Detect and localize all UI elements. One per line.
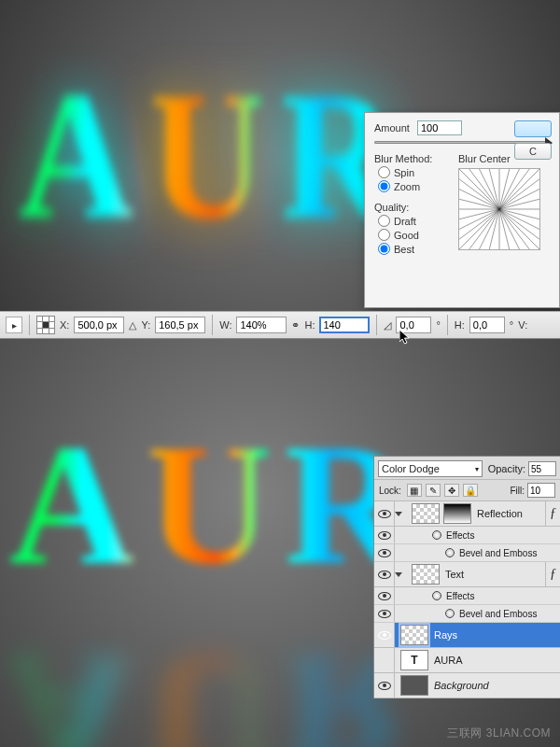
layer-row-aura[interactable]: T AURA xyxy=(374,648,560,673)
y-label: Y: xyxy=(141,319,150,331)
lock-all-icon[interactable]: 🔒 xyxy=(463,484,478,497)
x-input[interactable] xyxy=(74,317,124,333)
radio-spin[interactable] xyxy=(378,166,390,178)
svg-line-11 xyxy=(459,209,499,249)
lock-label: Lock: xyxy=(379,486,401,496)
fill-label: Fill: xyxy=(510,486,525,496)
svg-line-14 xyxy=(499,209,520,249)
layer-effects-group[interactable]: Effects xyxy=(374,527,560,544)
svg-line-31 xyxy=(499,209,539,239)
layer-mask-thumbnail[interactable] xyxy=(443,503,471,524)
svg-line-27 xyxy=(459,209,499,239)
layer-thumbnail[interactable] xyxy=(412,503,440,524)
x-label: X: xyxy=(60,319,69,331)
svg-line-17 xyxy=(489,169,499,209)
visibility-toggle-icon[interactable] xyxy=(378,592,391,600)
layer-thumbnail[interactable] xyxy=(400,625,428,645)
layer-thumbnail[interactable] xyxy=(412,564,440,585)
svg-line-4 xyxy=(499,169,539,209)
svg-line-29 xyxy=(499,199,539,209)
svg-line-6 xyxy=(499,190,539,210)
effects-icon xyxy=(445,609,455,618)
lock-transparency-icon[interactable]: ▦ xyxy=(407,484,422,497)
svg-line-9 xyxy=(459,209,499,230)
layer-effect-item[interactable]: Bevel and Emboss xyxy=(374,605,560,623)
layer-row-background[interactable]: Background xyxy=(374,673,560,698)
y-input[interactable] xyxy=(155,317,205,333)
v-label: V: xyxy=(518,319,527,331)
radio-best[interactable] xyxy=(378,243,390,255)
angle-input[interactable] xyxy=(396,317,431,333)
arrow-tool-icon[interactable]: ▸ xyxy=(6,317,22,333)
delta-icon[interactable]: △ xyxy=(129,319,136,331)
h-input[interactable] xyxy=(319,317,370,333)
artwork-text-bottom: AUR xyxy=(9,404,423,603)
svg-line-1 xyxy=(480,169,500,209)
lock-pixels-icon[interactable]: ✎ xyxy=(426,484,441,497)
angle-icon: ◿ xyxy=(384,319,391,331)
hskew-label: H: xyxy=(455,319,465,331)
svg-line-19 xyxy=(499,169,529,209)
lock-position-icon[interactable]: ✥ xyxy=(444,484,459,497)
fx-badge[interactable]: ƒ xyxy=(545,501,560,526)
layer-effects-group[interactable]: Effects xyxy=(374,587,560,605)
expand-icon[interactable] xyxy=(395,572,402,577)
svg-line-15 xyxy=(499,209,539,249)
text-layer-thumbnail[interactable]: T xyxy=(400,650,428,670)
svg-line-3 xyxy=(499,169,520,209)
visibility-toggle-icon[interactable] xyxy=(378,510,391,518)
layer-row-rays[interactable]: Rays xyxy=(374,623,560,648)
artwork-text-top: AUR xyxy=(19,51,413,261)
effects-icon xyxy=(432,591,441,600)
amount-label: Amount xyxy=(374,122,410,134)
opacity-input[interactable] xyxy=(528,461,556,476)
svg-line-23 xyxy=(499,209,529,249)
visibility-toggle-icon[interactable] xyxy=(378,610,391,618)
opacity-label: Opacity: xyxy=(488,463,525,474)
svg-line-10 xyxy=(499,209,539,230)
svg-line-12 xyxy=(480,209,500,249)
svg-line-24 xyxy=(459,179,499,209)
svg-line-5 xyxy=(459,190,499,210)
artwork-reflection: AUR xyxy=(9,620,423,747)
quality-label: Quality: xyxy=(374,202,449,213)
layer-thumbnail[interactable] xyxy=(400,675,428,696)
cancel-button[interactable]: C xyxy=(514,143,552,160)
expand-icon[interactable] xyxy=(395,512,402,516)
layer-row-text[interactable]: Text ƒ xyxy=(374,562,560,587)
canvas-top[interactable]: AUR Amount Blur Method: Spin Zoom Qualit… xyxy=(0,0,560,311)
visibility-toggle-icon[interactable] xyxy=(378,682,391,690)
visibility-toggle-icon[interactable] xyxy=(378,631,391,640)
link-icon[interactable]: ⚭ xyxy=(291,319,300,331)
transform-options-bar: ▸ X: △ Y: W: ⚭ H: ◿ ° H: ° V: xyxy=(0,311,560,339)
visibility-toggle-icon[interactable] xyxy=(378,571,391,579)
radio-zoom[interactable] xyxy=(378,180,390,192)
radio-good[interactable] xyxy=(378,229,390,241)
layers-panel: Color Dodge▾ Opacity: Lock: ▦ ✎ ✥ 🔒 Fill… xyxy=(373,456,560,698)
w-label: W: xyxy=(219,319,231,331)
ok-button[interactable] xyxy=(514,120,552,137)
radio-draft[interactable] xyxy=(378,215,390,227)
w-input[interactable] xyxy=(236,317,287,333)
svg-line-21 xyxy=(489,209,499,249)
svg-line-26 xyxy=(459,209,499,219)
effects-icon xyxy=(432,530,441,540)
reference-point-grid[interactable] xyxy=(36,316,55,334)
svg-line-30 xyxy=(499,209,539,219)
layer-row-reflection[interactable]: Reflection ƒ xyxy=(374,501,560,527)
visibility-toggle-icon[interactable] xyxy=(378,531,391,540)
svg-line-25 xyxy=(459,199,499,209)
amount-input[interactable] xyxy=(417,120,462,135)
svg-line-0 xyxy=(459,169,499,209)
h-label: H: xyxy=(304,319,315,331)
radial-blur-dialog: Amount Blur Method: Spin Zoom Quality: D… xyxy=(364,112,560,308)
hskew-input[interactable] xyxy=(469,317,505,333)
blend-mode-select[interactable]: Color Dodge▾ xyxy=(378,460,483,477)
fx-badge[interactable]: ƒ xyxy=(545,562,560,586)
visibility-toggle-icon[interactable] xyxy=(378,549,391,557)
effects-icon xyxy=(445,548,455,557)
fill-input[interactable] xyxy=(527,483,555,498)
blur-center-preview[interactable] xyxy=(458,168,540,250)
layer-effect-item[interactable]: Bevel and Emboss xyxy=(374,544,560,562)
svg-line-16 xyxy=(469,169,499,209)
